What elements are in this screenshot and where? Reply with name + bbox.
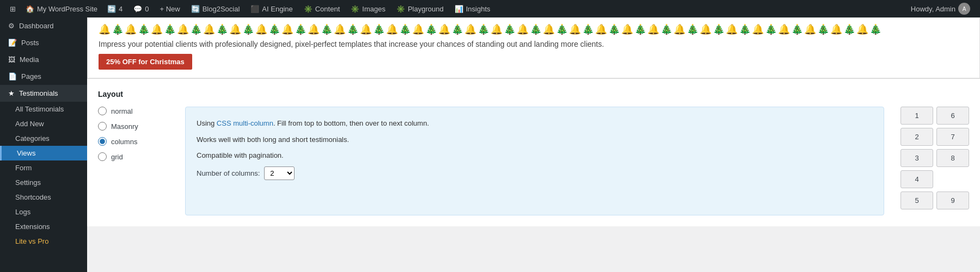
comments-icon: 💬: [133, 5, 142, 13]
content-label: Content: [315, 5, 340, 13]
new-content-button[interactable]: + New: [154, 0, 185, 17]
grid-num-8[interactable]: 8: [936, 149, 969, 167]
promo-banner: 🔔🎄🔔🎄🔔🎄🔔🎄🔔🎄🔔🎄🔔🎄🔔🎄🔔🎄🔔🎄🔔🎄🔔🎄🔔🎄🔔🎄🔔🎄🔔🎄🔔🎄🔔🎄🔔🎄🔔🎄…: [87, 17, 980, 78]
layout-option-columns[interactable]: columns: [98, 137, 174, 146]
user-menu-button[interactable]: Howdy, Admin A: [905, 0, 976, 17]
sidebar-item-dashboard[interactable]: ⚙ Dashboard: [0, 17, 87, 34]
posts-icon: 📝: [8, 39, 17, 47]
views-label: Views: [17, 149, 35, 157]
layout-option-grid-label: grid: [111, 153, 123, 161]
layout-options: normal Masonry columns grid: [98, 107, 174, 161]
main-layout: ⚙ Dashboard 📝 Posts 🖼 Media 📄 Pages ★ Te…: [0, 17, 980, 272]
sidebar-item-media[interactable]: 🖼 Media: [0, 51, 87, 68]
layout-option-grid[interactable]: grid: [98, 152, 174, 161]
updates-button[interactable]: 🔄 4: [102, 0, 128, 17]
site-icon: 🏠: [26, 5, 34, 13]
columns-label: Number of columns:: [197, 169, 260, 177]
playground-icon: ✳️: [396, 5, 405, 13]
testimonials-icon: ★: [8, 89, 15, 97]
sidebar-item-posts[interactable]: 📝 Posts: [0, 34, 87, 51]
wp-icon: ⊞: [10, 5, 16, 13]
admin-bar: ⊞ 🏠 My WordPress Site 🔄 4 💬 0 + New 🔄 Bl…: [0, 0, 980, 17]
sidebar-item-categories[interactable]: Categories: [0, 131, 87, 146]
blog2social-button[interactable]: 🔄 Blog2Social: [186, 0, 246, 17]
all-testimonials-label: All Testimonials: [15, 105, 64, 113]
sidebar-item-logs[interactable]: Logs: [0, 205, 87, 219]
description-post: . Fill from top to bottom, then over to …: [273, 119, 429, 127]
sidebar-item-extensions[interactable]: Extensions: [0, 219, 87, 234]
layout-option-normal[interactable]: normal: [98, 107, 174, 115]
sidebar-item-testimonials[interactable]: ★ Testimonials: [0, 85, 87, 102]
ai-engine-button[interactable]: ⬛ AI Engine: [245, 0, 298, 17]
site-name-button[interactable]: 🏠 My WordPress Site: [21, 0, 102, 17]
sidebar-item-settings[interactable]: Settings: [0, 175, 87, 190]
content-icon: ✳️: [304, 5, 313, 13]
grid-num-3[interactable]: 3: [901, 149, 933, 167]
grid-num-6[interactable]: 6: [936, 107, 969, 125]
css-multicolumn-link[interactable]: CSS multi-column: [217, 119, 273, 127]
comments-count: 0: [145, 5, 149, 13]
categories-label: Categories: [15, 134, 50, 143]
radio-columns[interactable]: [98, 137, 107, 146]
posts-label: Posts: [21, 39, 39, 47]
wp-logo-button[interactable]: ⊞: [4, 0, 21, 17]
layout-option-masonry[interactable]: Masonry: [98, 122, 174, 131]
lite-vs-pro-label: Lite vs Pro: [15, 237, 48, 245]
description-pre: Using: [197, 119, 217, 127]
shortcodes-label: Shortcodes: [15, 193, 51, 201]
columns-select[interactable]: 1 2 3 4 5 6: [264, 166, 295, 180]
content-button[interactable]: ✳️ Content: [298, 0, 346, 17]
ai-engine-icon: ⬛: [250, 5, 259, 13]
extensions-label: Extensions: [15, 222, 50, 231]
new-label: + New: [160, 5, 180, 13]
updates-count: 4: [119, 5, 122, 13]
content-area: 🔔🎄🔔🎄🔔🎄🔔🎄🔔🎄🔔🎄🔔🎄🔔🎄🔔🎄🔔🎄🔔🎄🔔🎄🔔🎄🔔🎄🔔🎄🔔🎄🔔🎄🔔🎄🔔🎄🔔🎄…: [87, 17, 980, 272]
sidebar-item-lite-vs-pro[interactable]: Lite vs Pro: [0, 234, 87, 249]
grid-num-4[interactable]: 4: [901, 170, 933, 188]
pages-icon: 📄: [8, 72, 17, 81]
blog2social-label: Blog2Social: [203, 5, 240, 13]
insights-label: Insights: [466, 5, 491, 13]
sidebar-item-add-new[interactable]: Add New: [0, 116, 87, 131]
testimonials-label: Testimonials: [19, 89, 58, 97]
add-new-label: Add New: [15, 120, 44, 128]
form-label: Form: [15, 164, 32, 172]
dashboard-icon: ⚙: [8, 22, 15, 30]
grid-num-2[interactable]: 2: [901, 128, 933, 146]
grid-num-7[interactable]: 7: [936, 128, 969, 146]
sidebar-item-all-testimonials[interactable]: All Testimonials: [0, 102, 87, 116]
ai-engine-label: AI Engine: [262, 5, 292, 13]
radio-masonry[interactable]: [98, 122, 107, 131]
images-button[interactable]: ✳️ Images: [345, 0, 391, 17]
layout-section-title: Layout: [98, 90, 969, 98]
logs-label: Logs: [15, 208, 30, 216]
radio-normal[interactable]: [98, 107, 107, 115]
layout-option-columns-label: columns: [111, 138, 137, 146]
settings-label: Settings: [15, 178, 41, 187]
howdy-label: Howdy, Admin: [911, 5, 955, 13]
site-name-label: My WordPress Site: [37, 5, 97, 13]
grid-num-9[interactable]: 9: [936, 191, 969, 209]
insights-button[interactable]: 📊 Insights: [449, 0, 496, 17]
media-icon: 🖼: [8, 55, 15, 64]
images-icon: ✳️: [351, 5, 359, 13]
playground-button[interactable]: ✳️ Playground: [391, 0, 449, 17]
sidebar-item-pages[interactable]: 📄 Pages: [0, 68, 87, 85]
layout-section: Layout normal Masonry columns: [87, 78, 980, 226]
columns-select-row: Number of columns: 1 2 3 4 5 6: [197, 166, 873, 180]
layout-inner: normal Masonry columns grid: [98, 107, 969, 215]
dashboard-label: Dashboard: [19, 22, 54, 30]
grid-num-1[interactable]: 1: [901, 107, 933, 125]
sidebar: ⚙ Dashboard 📝 Posts 🖼 Media 📄 Pages ★ Te…: [0, 17, 87, 272]
promo-description: Impress your potential clients with prof…: [99, 40, 969, 48]
promo-cta-button[interactable]: 25% OFF for Christmas: [99, 54, 192, 70]
sidebar-item-views[interactable]: Views: [0, 146, 87, 160]
sidebar-item-form[interactable]: Form: [0, 160, 87, 175]
sidebar-item-shortcodes[interactable]: Shortcodes: [0, 190, 87, 205]
bell-decorations: 🔔🎄🔔🎄🔔🎄🔔🎄🔔🎄🔔🎄🔔🎄🔔🎄🔔🎄🔔🎄🔔🎄🔔🎄🔔🎄🔔🎄🔔🎄🔔🎄🔔🎄🔔🎄🔔🎄🔔🎄…: [99, 23, 969, 35]
pages-label: Pages: [21, 72, 41, 81]
media-label: Media: [20, 55, 39, 64]
grid-num-5[interactable]: 5: [901, 191, 933, 209]
radio-grid[interactable]: [98, 152, 107, 161]
comments-button[interactable]: 💬 0: [128, 0, 154, 17]
